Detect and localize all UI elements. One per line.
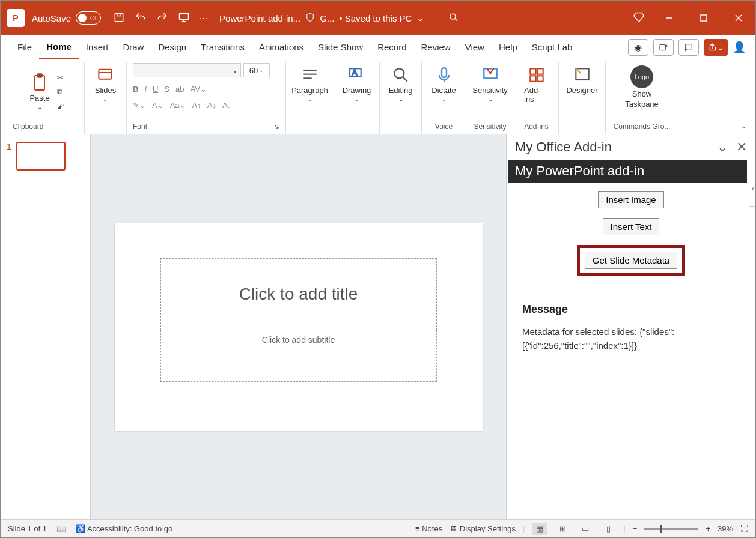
file-name[interactable]: PowerPoint add-in... [219, 13, 300, 23]
notes-button[interactable]: ≡ Notes [415, 524, 442, 533]
tab-animations[interactable]: Animations [252, 35, 311, 59]
comments-button[interactable] [678, 39, 699, 56]
tab-help[interactable]: Help [492, 35, 525, 59]
editing-button[interactable]: Editing⌄ [385, 63, 416, 105]
get-slide-metadata-button[interactable]: Get Slide Metadata [585, 252, 677, 269]
autosave-toggle[interactable]: AutoSave Off [32, 11, 101, 25]
close-taskpane-icon[interactable]: ✕ [736, 139, 747, 155]
diamond-icon[interactable] [633, 11, 645, 25]
shrink-font-button[interactable]: A↓ [207, 101, 216, 110]
paste-button[interactable]: Paste⌄ [26, 71, 53, 113]
shadow-button[interactable]: S [164, 85, 169, 94]
search-icon[interactable] [448, 12, 459, 25]
tab-insert[interactable]: Insert [79, 35, 116, 59]
tab-review[interactable]: Review [414, 35, 458, 59]
slide-canvas[interactable]: Click to add title Click to add subtitle [91, 134, 506, 519]
minimize-button[interactable] [658, 9, 680, 27]
fit-to-window-button[interactable]: ⛶ [740, 524, 748, 533]
shield-label: G... [320, 13, 334, 23]
clear-format-button[interactable]: A⃠ [222, 101, 230, 110]
slides-button[interactable]: Slides⌄ [91, 63, 120, 105]
save-icon[interactable] [113, 11, 125, 25]
underline-button[interactable]: U [153, 85, 158, 94]
account-icon[interactable]: 👤 [733, 41, 746, 54]
addins-button[interactable]: Add-ins [520, 63, 552, 106]
italic-button[interactable]: I [144, 85, 147, 94]
ribbon: Paste⌄ ✂ ⧉ 🖌 Clipboard Slides⌄ ⌄ 60 ⌄ B … [1, 59, 755, 134]
present-icon[interactable] [178, 11, 190, 25]
sensitivity-button[interactable]: Sensitivity⌄ [469, 63, 511, 105]
sorter-view-button[interactable]: ⊞ [555, 523, 570, 535]
tab-record[interactable]: Record [370, 35, 413, 59]
reading-view-button[interactable]: ▭ [578, 523, 593, 535]
tab-transitions[interactable]: Transitions [194, 35, 252, 59]
svg-point-3 [450, 14, 456, 19]
camera-button[interactable]: ◉ [628, 39, 648, 56]
spellcheck-icon[interactable]: 📖 [56, 524, 66, 533]
chevron-down-icon[interactable]: ⌄ [717, 139, 728, 155]
accessibility-status[interactable]: ♿ Accessibility: Good to go [76, 524, 172, 533]
normal-view-button[interactable]: ▦ [532, 523, 547, 535]
svg-rect-24 [530, 76, 535, 81]
ribbon-tabs: File Home Insert Draw Design Transitions… [1, 35, 755, 59]
taskpane-subheader: My PowerPoint add-in [508, 160, 747, 183]
sensitivity-label: Sensitivity [472, 86, 508, 95]
zoom-in-button[interactable]: + [706, 524, 710, 533]
bold-button[interactable]: B [133, 85, 138, 94]
overflow-icon[interactable]: ⋯ [200, 14, 207, 23]
insert-text-button[interactable]: Insert Text [603, 218, 660, 235]
zoom-level[interactable]: 39% [718, 524, 733, 533]
maximize-button[interactable] [693, 9, 715, 27]
svg-rect-22 [530, 68, 535, 74]
display-settings-button[interactable]: 🖥 Display Settings [450, 524, 516, 533]
quick-access-toolbar: ⋯ [113, 11, 207, 25]
chevron-down-icon[interactable]: ⌄ [416, 13, 424, 23]
subtitle-placeholder[interactable]: Click to add subtitle [160, 330, 437, 382]
title-placeholder[interactable]: Click to add title [160, 258, 437, 330]
grow-font-button[interactable]: A↑ [192, 101, 201, 110]
collapse-ribbon-icon[interactable]: ⌄ [740, 121, 747, 130]
slide-thumbnails: 1 [1, 134, 91, 519]
redo-icon[interactable] [156, 11, 168, 25]
dictate-button[interactable]: Dictate⌄ [428, 63, 459, 105]
svg-rect-20 [442, 68, 447, 77]
zoom-slider[interactable] [644, 528, 698, 530]
collapse-pane-icon[interactable]: ‹ [749, 171, 756, 207]
tab-design[interactable]: Design [151, 35, 194, 59]
teams-button[interactable] [653, 39, 674, 56]
zoom-out-button[interactable]: − [633, 524, 638, 533]
highlight-button[interactable]: A⌄ [152, 101, 164, 110]
group-sensitivity-label: Sensitivity [472, 121, 508, 133]
strike-button[interactable]: ab [175, 85, 184, 94]
share-button[interactable]: ⌄ [704, 39, 728, 56]
cut-icon[interactable]: ✂ [57, 73, 65, 82]
slideshow-view-button[interactable]: ▯ [600, 523, 616, 535]
show-taskpane-button[interactable]: Logo Show Taskpane [621, 63, 662, 111]
insert-image-button[interactable]: Insert Image [598, 191, 663, 208]
tab-view[interactable]: View [458, 35, 492, 59]
format-painter-icon[interactable]: 🖌 [57, 101, 65, 110]
spacing-button[interactable]: AV⌄ [191, 85, 207, 94]
font-family-combo[interactable]: ⌄ [133, 63, 241, 77]
svg-point-9 [665, 45, 667, 47]
autosave-state: Off [90, 15, 98, 22]
copy-icon[interactable]: ⧉ [57, 87, 65, 97]
paragraph-button[interactable]: Paragraph⌄ [288, 63, 332, 105]
designer-button[interactable]: Designer [562, 63, 601, 97]
slide-counter[interactable]: Slide 1 of 1 [8, 524, 47, 533]
toggle-switch[interactable]: Off [76, 11, 101, 25]
thumbnail-slide-1[interactable] [16, 142, 66, 171]
close-button[interactable] [728, 9, 749, 27]
tab-home[interactable]: Home [39, 35, 79, 59]
group-addins-label: Add-ins [520, 121, 552, 133]
tab-scriptlab[interactable]: Script Lab [525, 35, 580, 59]
drawing-button[interactable]: A Drawing⌄ [339, 63, 375, 105]
tab-draw[interactable]: Draw [115, 35, 151, 59]
tab-slideshow[interactable]: Slide Show [311, 35, 370, 59]
case-button[interactable]: Aa⌄ [170, 101, 186, 110]
slide[interactable]: Click to add title Click to add subtitle [115, 223, 483, 431]
undo-icon[interactable] [135, 11, 147, 25]
font-color-button[interactable]: ✎⌄ [133, 101, 146, 110]
tab-file[interactable]: File [10, 35, 39, 59]
font-size-combo[interactable]: 60 ⌄ [243, 63, 270, 77]
